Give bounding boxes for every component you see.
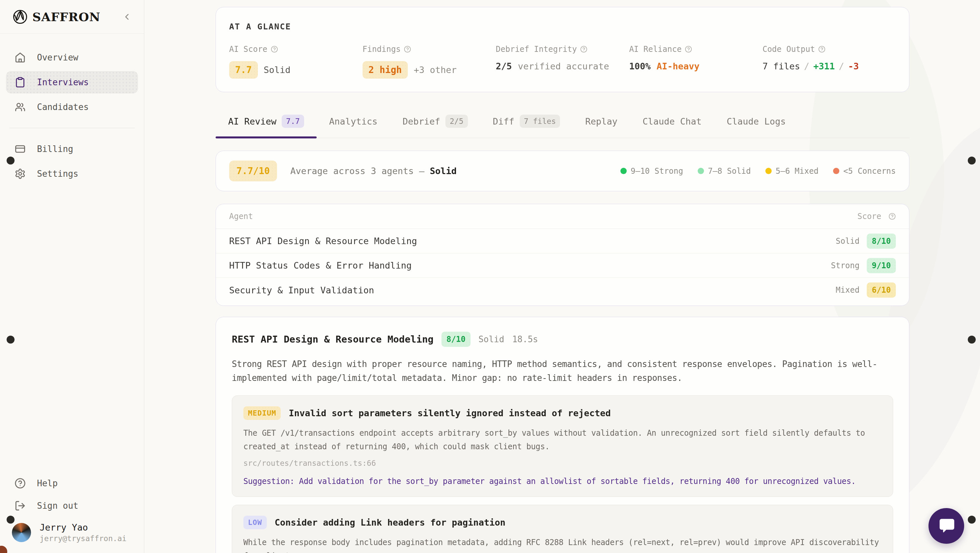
tab-claude-logs[interactable]: Claude Logs (714, 115, 799, 138)
sidebar-divider (9, 128, 135, 128)
sidebar-item-label: Interviews (37, 77, 89, 87)
sidebar-item-label: Overview (37, 53, 78, 62)
help-circle-icon[interactable] (889, 213, 896, 220)
help-circle-icon[interactable] (580, 46, 587, 53)
agent-status: Mixed (836, 285, 859, 295)
legend-label: <5 Concerns (843, 166, 896, 176)
table-row[interactable]: Security & Input Validation Mixed 6/10 (216, 278, 909, 302)
chat-bubble-icon (937, 517, 956, 535)
help-circle-icon[interactable] (271, 46, 278, 53)
severity-badge: MEDIUM (243, 406, 281, 420)
detail-duration: 18.5s (512, 334, 538, 344)
metric-label: AI Reliance (629, 45, 681, 54)
decor-dot (6, 336, 14, 344)
sidebar-nav: Overview Interviews Candidates Billing (0, 34, 144, 185)
finding-card-low: LOW Consider adding Link headers for pag… (232, 505, 893, 553)
integrity-value: 2/5 (496, 61, 512, 71)
detail-title-row: REST API Design & Resource Modeling 8/10… (232, 331, 893, 347)
table-row[interactable]: HTTP Status Codes & Error Handling Stron… (216, 253, 909, 278)
glance-title: AT A GLANCE (229, 22, 896, 31)
legend-strong: 9–10 Strong (620, 166, 683, 176)
code-output-added: +311 (813, 61, 835, 71)
metric-label: Code Output (762, 45, 815, 54)
metric-label: Debrief Integrity (496, 45, 577, 54)
sidebar-item-overview[interactable]: Overview (6, 46, 138, 69)
help-circle-icon[interactable] (404, 46, 411, 53)
user-email: jerry@trysaffron.ai (40, 533, 126, 544)
users-icon (14, 101, 26, 113)
table-row[interactable]: REST API Design & Resource Modeling Soli… (216, 229, 909, 253)
code-output-removed: -3 (848, 61, 859, 71)
sidebar-item-billing[interactable]: Billing (6, 138, 138, 160)
legend-label: 7–8 Solid (708, 166, 751, 176)
agent-status: Strong (831, 261, 860, 270)
sidebar-item-label: Billing (37, 144, 73, 154)
user-profile[interactable]: Jerry Yao jerry@trysaffron.ai (6, 517, 138, 544)
finding-file-path: src/routes/transactions.ts:66 (243, 459, 881, 467)
agent-name: HTTP Status Codes & Error Handling (229, 260, 412, 271)
metric-findings: Findings 2 high +3 other (363, 45, 496, 79)
findings-other-text: +3 other (414, 65, 457, 75)
legend-label: 5–6 Mixed (776, 166, 819, 176)
tab-score-badge: 7.7 (282, 115, 304, 128)
column-score: Score (858, 212, 896, 221)
finding-body: While the response body includes paginat… (243, 536, 881, 553)
tab-debrief[interactable]: Debrief 2/5 (390, 115, 480, 138)
metric-label: Findings (363, 45, 401, 54)
legend-label: 9–10 Strong (631, 166, 683, 176)
yellow-dot-icon (765, 168, 772, 174)
sidebar-item-label: Help (37, 478, 58, 488)
avatar (12, 523, 31, 542)
legend-mixed: 5–6 Mixed (765, 166, 819, 176)
green-dot-icon (620, 168, 627, 174)
orange-dot-icon (833, 168, 839, 174)
chevron-left-icon (122, 12, 132, 22)
help-circle-icon[interactable] (818, 46, 826, 53)
decor-dot (6, 516, 14, 524)
agent-score-badge: 8/10 (867, 234, 896, 249)
gear-icon (14, 168, 26, 179)
app-window: SAFFRON Overview Interviews (0, 0, 980, 553)
tab-diff[interactable]: Diff 7 files (480, 115, 573, 138)
metric-code-output: Code Output 7 files / +311 / -3 (762, 45, 896, 79)
tab-replay[interactable]: Replay (573, 115, 630, 138)
decor-dot (6, 156, 14, 164)
agent-name: REST API Design & Resource Modeling (229, 236, 417, 246)
help-circle-icon[interactable] (685, 46, 692, 53)
tab-label: Claude Chat (643, 116, 702, 126)
agents-table: Agent Score REST API Design & Resource M… (216, 204, 909, 306)
tab-claude-chat[interactable]: Claude Chat (630, 115, 714, 138)
tab-ai-review[interactable]: AI Review 7.7 (216, 115, 317, 138)
sidebar-item-label: Settings (37, 169, 78, 179)
tab-label: AI Review (228, 116, 276, 126)
sidebar-item-candidates[interactable]: Candidates (6, 96, 138, 118)
light-green-dot-icon (698, 168, 704, 174)
chat-button[interactable] (929, 508, 964, 544)
decor-dot (968, 156, 976, 164)
sidebar-item-help[interactable]: Help (6, 472, 138, 494)
glance-metrics: AI Score 7.7 Solid Findings 2 high +3 ot… (229, 45, 896, 79)
sidebar-item-label: Sign out (37, 501, 78, 511)
finding-body: The GET /v1/transactions endpoint accept… (243, 427, 881, 454)
findings-high-badge: 2 high (363, 61, 408, 79)
column-agent: Agent (229, 212, 253, 221)
separator: / (804, 61, 809, 71)
tab-analytics[interactable]: Analytics (317, 115, 390, 138)
sidebar-item-interviews[interactable]: Interviews (6, 71, 138, 94)
agent-detail-card: REST API Design & Resource Modeling 8/10… (216, 317, 909, 553)
finding-suggestion: Suggestion: Add validation for the sort_… (243, 477, 881, 486)
tab-label: Analytics (329, 116, 377, 126)
sidebar-item-settings[interactable]: Settings (6, 163, 138, 185)
reliance-text: AI-heavy (656, 61, 699, 71)
sidebar-item-sign-out[interactable]: Sign out (6, 494, 138, 517)
severity-badge: LOW (243, 516, 267, 529)
decor-dot (968, 516, 976, 524)
metric-ai-reliance: AI Reliance 100% AI-heavy (629, 45, 762, 79)
sidebar-collapse-button[interactable] (122, 12, 132, 22)
user-info: Jerry Yao jerry@trysaffron.ai (40, 522, 126, 544)
agent-status: Solid (836, 236, 859, 246)
finding-title: Consider adding Link headers for paginat… (275, 517, 506, 528)
average-score-rating: Solid (430, 166, 457, 176)
average-score-bar: 7.7/10 Average across 3 agents — Solid 9… (216, 151, 909, 191)
ai-score-text: Solid (264, 65, 291, 75)
